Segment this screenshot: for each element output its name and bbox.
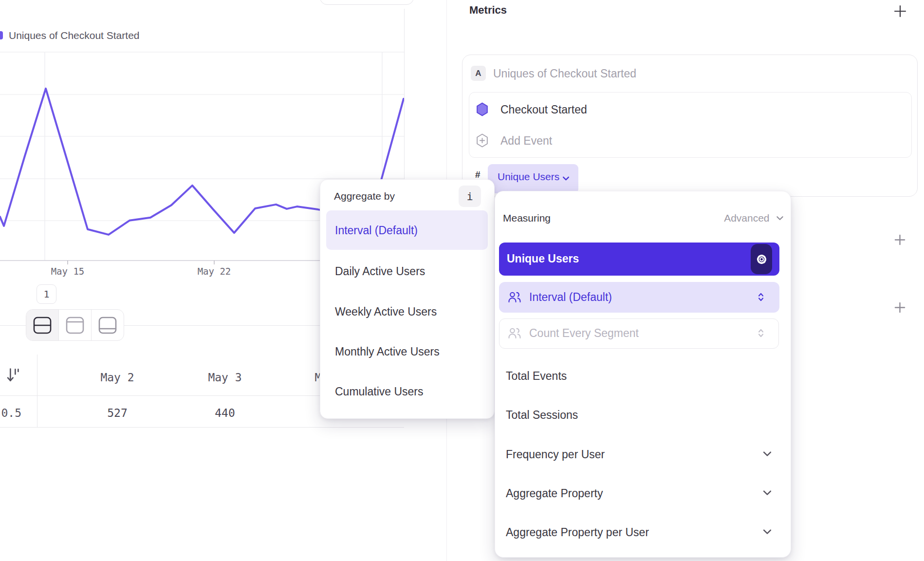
plus-icon: [894, 234, 906, 245]
event-group-card: [469, 92, 912, 158]
chevron-down-icon: [762, 449, 773, 459]
measuring-option[interactable]: Total Sessions: [506, 409, 578, 421]
plus-icon: [893, 4, 907, 18]
layout-footer-button[interactable]: [92, 310, 124, 340]
aggregate-by-popup: Aggregate by i Interval (Default) Daily …: [320, 179, 495, 419]
aggregate-by-title: Aggregate by: [334, 190, 395, 202]
info-button[interactable]: i: [459, 186, 481, 207]
table-row-border: [0, 427, 404, 428]
gear-icon: [755, 253, 768, 266]
layout-toggle: [26, 309, 124, 341]
aggregate-option[interactable]: Cumulative Users: [335, 386, 424, 397]
svg-text:May 22: May 22: [198, 266, 231, 277]
chevron-down-icon: [762, 487, 773, 498]
measuring-option[interactable]: Total Events: [506, 370, 567, 382]
metric-badge: A: [471, 66, 486, 81]
event-row-label[interactable]: Checkout Started: [500, 103, 587, 116]
plus-icon: [894, 302, 906, 313]
users-icon: [507, 290, 522, 304]
hexagon-icon: [476, 102, 488, 116]
measure-settings-button[interactable]: [751, 244, 772, 274]
measuring-title: Measuring: [503, 212, 551, 224]
advanced-dropdown[interactable]: Advanced: [697, 212, 784, 224]
aggregate-option-selected[interactable]: Interval (Default): [326, 210, 488, 250]
interval-row-label: Interval (Default): [529, 291, 612, 303]
svg-text:May 15: May 15: [51, 266, 85, 277]
advanced-label: Advanced: [724, 212, 769, 224]
chevron-down-icon: [562, 174, 570, 183]
layout-footer-icon: [98, 317, 117, 334]
measuring-option[interactable]: Frequency per User: [506, 449, 605, 460]
table-cell: 527: [78, 407, 156, 419]
chevron-down-icon: [776, 214, 784, 223]
aggregate-option[interactable]: Weekly Active Users: [335, 306, 437, 318]
sort-icon[interactable]: [6, 366, 21, 385]
add-event-button[interactable]: Add Event: [500, 134, 552, 148]
measuring-option[interactable]: Aggregate Property per User: [506, 526, 649, 538]
count-every-segment-label: Count Every Segment: [529, 327, 639, 339]
table-row-label: 0.5: [0, 407, 21, 419]
layout-split-button[interactable]: [26, 310, 59, 340]
users-icon: [507, 326, 522, 340]
layout-split-icon: [33, 317, 52, 334]
add-metric-button[interactable]: [893, 4, 907, 18]
chevron-up-down-icon: [755, 291, 767, 303]
operator-symbol: #: [475, 169, 480, 180]
count-every-segment-row[interactable]: Count Every Segment: [499, 318, 779, 349]
unique-users-button[interactable]: Unique Users: [499, 243, 779, 276]
insights-report-page: Uniques of Checkout Started May 15May 22…: [0, 0, 924, 561]
metric-title[interactable]: Uniques of Checkout Started: [493, 67, 636, 80]
metrics-heading: Metrics: [469, 4, 507, 17]
hexagon-plus-icon: [476, 133, 488, 148]
unique-users-button-label: Unique Users: [507, 252, 579, 265]
add-breakdown-button[interactable]: [894, 302, 906, 313]
interval-row[interactable]: Interval (Default): [499, 282, 779, 313]
aggregate-option[interactable]: Daily Active Users: [335, 265, 425, 277]
table-col-header[interactable]: May 2: [78, 371, 156, 384]
measuring-option[interactable]: Aggregate Property: [506, 487, 603, 499]
layout-header-icon: [66, 317, 84, 334]
page-number-badge[interactable]: 1: [37, 284, 56, 304]
measure-chip-label: Unique Users: [498, 171, 559, 183]
aggregate-option[interactable]: Monthly Active Users: [335, 346, 440, 357]
table-vertical-border: [37, 355, 37, 428]
aggregate-option-label: Interval (Default): [335, 224, 418, 236]
measure-chip[interactable]: Unique Users: [488, 164, 578, 193]
add-filter-button[interactable]: [894, 234, 906, 245]
chevron-down-icon: [762, 526, 773, 537]
layout-header-button[interactable]: [59, 310, 92, 340]
table-cell: 440: [186, 407, 264, 419]
chevron-up-down-icon: [755, 327, 767, 339]
measuring-popup: Measuring Advanced Unique Users: [495, 191, 791, 558]
table-col-header[interactable]: May 3: [186, 371, 264, 384]
